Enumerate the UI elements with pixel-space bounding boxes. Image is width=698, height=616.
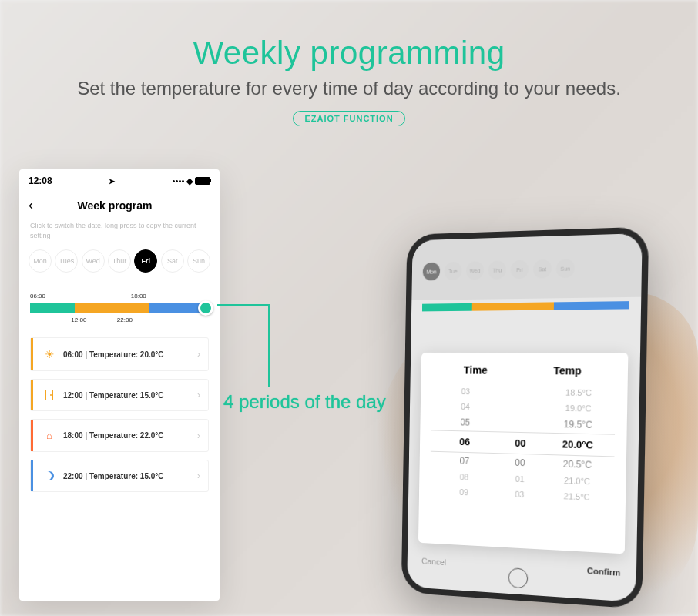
period-text: 18:00 | Temperature: 22.0°C <box>63 431 197 440</box>
day-sat[interactable]: Sat <box>161 249 184 273</box>
period-row[interactable]: ⌂18:00 | Temperature: 22.0°C› <box>30 419 209 452</box>
location-arrow-icon: ➤ <box>109 177 115 186</box>
status-time: 12:08 <box>29 176 52 186</box>
home-icon: ⌂ <box>46 430 52 441</box>
callout-line <box>268 304 270 387</box>
day-chip[interactable]: Sat <box>533 259 552 279</box>
day-chip[interactable]: Sun <box>556 259 575 278</box>
timeline-label-0600: 06:00 <box>30 293 45 300</box>
phone-left: 12:08 ➤ ◆ ‹ Week program Click to switch… <box>19 169 220 601</box>
period-text: 12:00 | Temperature: 15.0°C <box>63 391 197 400</box>
sun-icon: ☀ <box>45 348 55 360</box>
callout-text: 4 periods of the day <box>223 391 386 413</box>
day-thur[interactable]: Thur <box>108 249 131 273</box>
day-tues[interactable]: Tues <box>55 249 78 273</box>
door-icon <box>45 390 53 400</box>
wifi-icon: ◆ <box>186 176 193 186</box>
callout-line <box>217 304 268 306</box>
period-row[interactable]: 22:00 | Temperature: 15.0°C› <box>30 460 209 492</box>
day-chip[interactable]: Tue <box>445 262 462 280</box>
timeline-label-2200: 22:00 <box>117 316 133 323</box>
page-subtitle: Set the temperature for every time of da… <box>0 78 698 99</box>
moon-icon <box>45 471 54 480</box>
day-fri[interactable]: Fri <box>134 249 157 273</box>
screen-title: Week program <box>19 199 210 212</box>
period-row[interactable]: ☀06:00 | Temperature: 20.0°C› <box>30 337 209 371</box>
day-chip[interactable]: Fri <box>510 260 529 280</box>
phone-right: MonTueWedThuFriSatSun Time Temp 0318.5°C… <box>401 226 649 608</box>
period-text: 22:00 | Temperature: 15.0°C <box>63 472 197 480</box>
chevron-right-icon: › <box>197 430 200 441</box>
cancel-button[interactable]: Cancel <box>421 557 446 567</box>
day-chip[interactable]: Wed <box>466 261 484 280</box>
day-sun[interactable]: Sun <box>187 249 210 273</box>
day-chip[interactable]: Mon <box>423 263 441 281</box>
chevron-right-icon: › <box>197 390 200 400</box>
home-button[interactable] <box>508 567 529 589</box>
day-mon[interactable]: Mon <box>29 249 52 273</box>
picker-header-time: Time <box>464 364 488 377</box>
day-chip[interactable]: Thu <box>488 260 506 279</box>
battery-icon <box>195 177 210 185</box>
chevron-right-icon: › <box>197 349 200 360</box>
timeline-label-1200: 12:00 <box>71 316 86 323</box>
hint-text: Click to switch the date, long press to … <box>19 218 220 243</box>
cellular-icon <box>173 180 184 182</box>
picker-header-temp: Temp <box>553 364 582 377</box>
time-temp-picker[interactable]: Time Temp 0318.5°C0419.0°C0519.5°C060020… <box>418 353 628 554</box>
period-text: 06:00 | Temperature: 20.0°C <box>63 350 197 359</box>
timeline-bar[interactable] <box>30 303 209 313</box>
period-row[interactable]: 12:00 | Temperature: 15.0°C› <box>30 379 209 411</box>
confirm-button[interactable]: Confirm <box>587 566 620 578</box>
chevron-right-icon: › <box>197 470 200 481</box>
timeline-label-1800: 18:00 <box>131 293 146 300</box>
page-title: Weekly programming <box>0 35 698 72</box>
day-wed[interactable]: Wed <box>82 249 105 273</box>
function-badge: EZAIOT FUNCTION <box>293 111 404 126</box>
